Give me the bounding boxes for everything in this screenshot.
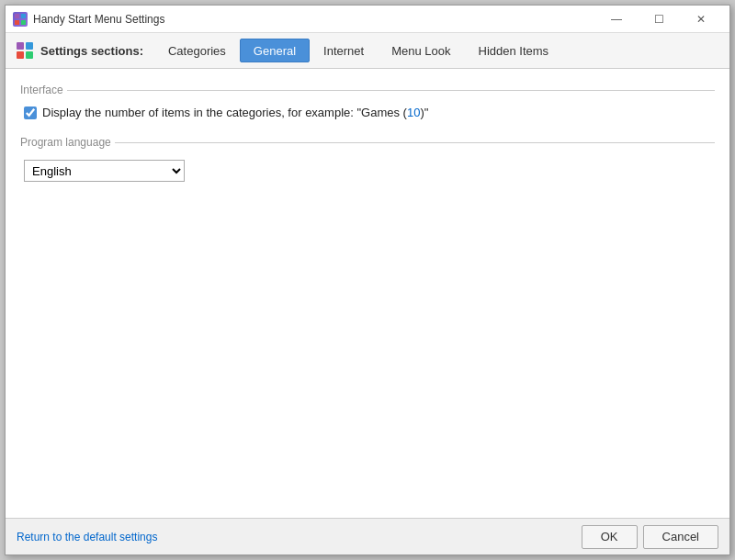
svg-rect-0 [15, 14, 19, 18]
settings-label-group: Settings sections: [15, 40, 143, 61]
settings-icon [15, 40, 35, 61]
tab-general[interactable]: General [240, 39, 310, 62]
settings-sections-label: Settings sections: [40, 44, 143, 58]
svg-rect-6 [17, 51, 24, 59]
svg-rect-5 [26, 42, 33, 50]
footer: Return to the default settings OK Cancel [6, 518, 729, 554]
tab-hidden-items[interactable]: Hidden Items [465, 39, 563, 62]
language-select[interactable]: English Deutsch Français Español Русский… [24, 160, 185, 182]
tab-menu-look[interactable]: Menu Look [378, 39, 464, 62]
close-button[interactable]: ✕ [680, 6, 722, 33]
minimize-button[interactable]: — [595, 6, 638, 33]
app-icon [13, 12, 28, 27]
interface-section-header: Interface [20, 84, 715, 96]
display-count-label: Display the number of items in the categ… [42, 106, 428, 119]
display-count-row: Display the number of items in the categ… [20, 104, 715, 121]
tab-internet[interactable]: Internet [310, 39, 378, 62]
interface-divider [67, 90, 715, 91]
language-divider [115, 142, 715, 143]
language-label: Program language [20, 136, 115, 149]
settings-bar: Settings sections: Categories General In… [6, 33, 729, 69]
interface-section: Interface Display the number of items in… [20, 84, 715, 121]
svg-rect-2 [15, 20, 19, 25]
svg-rect-1 [21, 14, 26, 18]
window-title: Handy Start Menu Settings [33, 13, 164, 26]
display-count-checkbox[interactable] [24, 106, 37, 119]
footer-buttons: OK Cancel [582, 525, 718, 549]
ok-button[interactable]: OK [582, 525, 638, 549]
title-bar: Handy Start Menu Settings — ☐ ✕ [6, 6, 729, 33]
svg-rect-3 [21, 20, 26, 25]
maximize-button[interactable]: ☐ [638, 6, 680, 33]
main-content: Interface Display the number of items in… [6, 69, 729, 518]
interface-label: Interface [20, 84, 67, 96]
settings-window: Handy Start Menu Settings — ☐ ✕ Settings… [5, 5, 730, 555]
cancel-button[interactable]: Cancel [643, 525, 718, 549]
default-settings-link[interactable]: Return to the default settings [17, 531, 157, 543]
title-bar-left: Handy Start Menu Settings [13, 12, 164, 27]
language-section-header: Program language [20, 136, 715, 149]
highlight-count: 10 [407, 106, 420, 119]
svg-rect-4 [17, 42, 24, 50]
title-bar-controls: — ☐ ✕ [595, 6, 722, 33]
tab-categories[interactable]: Categories [154, 39, 240, 62]
svg-rect-7 [26, 51, 33, 59]
language-section: Program language English Deutsch Françai… [20, 136, 715, 182]
